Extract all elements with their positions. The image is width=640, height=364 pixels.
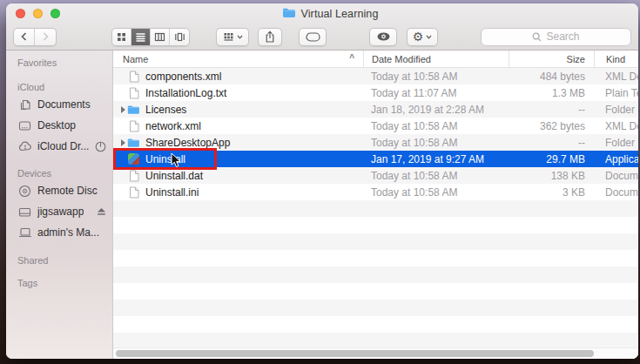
sidebar-item-label: Remote Disc (37, 185, 98, 197)
quick-look-button[interactable] (369, 28, 397, 46)
table-row[interactable]: components.xml Today at 10:58 AM 484 byt… (113, 68, 638, 84)
share-button[interactable] (258, 28, 282, 46)
file-icon (127, 170, 140, 182)
toolbar: ⚙ Search (6, 24, 638, 50)
file-icon (127, 120, 140, 132)
sidebar-item-documents[interactable]: Documents (6, 94, 112, 115)
minimize-button[interactable] (33, 9, 43, 18)
documents-icon (17, 98, 32, 111)
scrollbar-thumb[interactable] (116, 350, 594, 357)
empty-list-area (113, 200, 638, 347)
column-header-size[interactable]: Size (509, 51, 594, 67)
titlebar[interactable]: Virtual Learning (6, 3, 638, 24)
back-button[interactable] (14, 29, 35, 45)
tag-icon (306, 32, 320, 42)
search-placeholder: Search (546, 30, 579, 43)
traffic-lights (16, 9, 60, 18)
desktop-icon (17, 120, 32, 131)
column-view-button[interactable] (151, 29, 170, 45)
share-icon (264, 30, 276, 44)
sidebar-item-label: jigsawapp (37, 206, 84, 218)
list-view-icon (135, 31, 146, 43)
table-row[interactable]: Uninstall.ini Today at 10:58 AM 3 KB Doc… (113, 184, 638, 200)
horizontal-scrollbar[interactable] (113, 347, 638, 359)
sort-ascending-icon: ^ (349, 53, 354, 63)
window-chrome: Virtual Learning (6, 3, 638, 51)
gear-icon: ⚙ (413, 30, 424, 43)
column-header-kind[interactable]: Kind (594, 51, 638, 67)
external-drive-icon (17, 206, 32, 218)
column-view-icon (154, 31, 165, 43)
eye-icon (376, 31, 391, 42)
chevron-left-icon (19, 31, 30, 42)
nav-buttons (13, 28, 57, 46)
sidebar-item-jigsawapp[interactable]: jigsawapp (6, 201, 112, 222)
window-title: Virtual Learning (282, 6, 379, 22)
list-column-headers: Name ^ Date Modified Size Kind (113, 51, 638, 68)
sidebar-header-devices[interactable]: Devices (17, 166, 112, 180)
folder-icon (127, 104, 140, 116)
chevron-down-icon (237, 35, 243, 39)
icon-view-button[interactable] (112, 29, 131, 45)
sidebar-item-label: iCloud Dr... (37, 140, 89, 152)
disclosure-triangle-icon[interactable] (118, 106, 127, 113)
mouse-cursor (171, 152, 181, 172)
folder-icon (127, 137, 140, 149)
sidebar-header-icloud[interactable]: iCloud (17, 80, 112, 94)
file-icon (127, 71, 140, 83)
table-row[interactable]: InstallationLog.txt Today at 11:07 AM 1.… (113, 84, 638, 101)
view-switcher (111, 28, 190, 46)
tag-button[interactable] (299, 28, 327, 46)
icloud-drive-icon (17, 141, 32, 152)
action-button[interactable]: ⚙ (407, 28, 438, 46)
chevron-right-icon (40, 31, 51, 42)
table-row[interactable]: network.xml Today at 10:58 AM 362 bytes … (113, 118, 638, 134)
sidebar-item-admins-mac[interactable]: admin's Ma... (6, 222, 112, 243)
laptop-icon (17, 227, 32, 238)
file-icon (127, 87, 140, 99)
sidebar-item-label: Documents (37, 98, 91, 111)
coverflow-view-icon (174, 31, 185, 43)
column-header-name[interactable]: Name ^ (113, 51, 363, 67)
window-title-text: Virtual Learning (301, 8, 379, 20)
close-button[interactable] (16, 9, 25, 18)
sidebar-item-label: admin's Ma... (37, 226, 99, 239)
sidebar: Favorites iCloud Documents Desktop iClou… (6, 51, 113, 359)
sync-progress-icon (95, 141, 106, 152)
group-by-icon (223, 31, 234, 43)
sidebar-header-shared[interactable]: Shared (17, 253, 112, 267)
file-icon (127, 186, 140, 199)
annotation-red-rectangle (113, 148, 217, 170)
sidebar-item-desktop[interactable]: Desktop (6, 115, 112, 136)
search-input[interactable]: Search (481, 28, 631, 46)
forward-button[interactable] (35, 29, 56, 45)
disclosure-triangle-icon[interactable] (118, 139, 127, 146)
eject-icon[interactable] (97, 207, 106, 216)
chevron-down-icon (426, 35, 432, 39)
sidebar-item-icloud-drive[interactable]: iCloud Dr... (6, 136, 112, 157)
search-icon (532, 32, 542, 42)
coverflow-view-button[interactable] (170, 29, 189, 45)
icon-view-icon (116, 31, 127, 43)
table-row[interactable]: Licenses Jan 18, 2019 at 2:28 AM -- Fold… (113, 101, 638, 118)
finder-window: Virtual Learning (6, 3, 638, 359)
remote-disc-icon (17, 185, 32, 198)
sidebar-item-remote-disc[interactable]: Remote Disc (6, 180, 112, 201)
sidebar-header-tags[interactable]: Tags (17, 276, 112, 290)
sidebar-header-favorites[interactable]: Favorites (17, 56, 112, 70)
list-view-button[interactable] (131, 29, 151, 45)
column-header-date-modified[interactable]: Date Modified (363, 51, 509, 67)
sidebar-item-label: Desktop (37, 119, 76, 131)
arrange-button[interactable] (216, 28, 249, 46)
file-list: Name ^ Date Modified Size Kind component… (113, 51, 638, 359)
zoom-button[interactable] (51, 9, 60, 18)
folder-icon (282, 6, 296, 22)
